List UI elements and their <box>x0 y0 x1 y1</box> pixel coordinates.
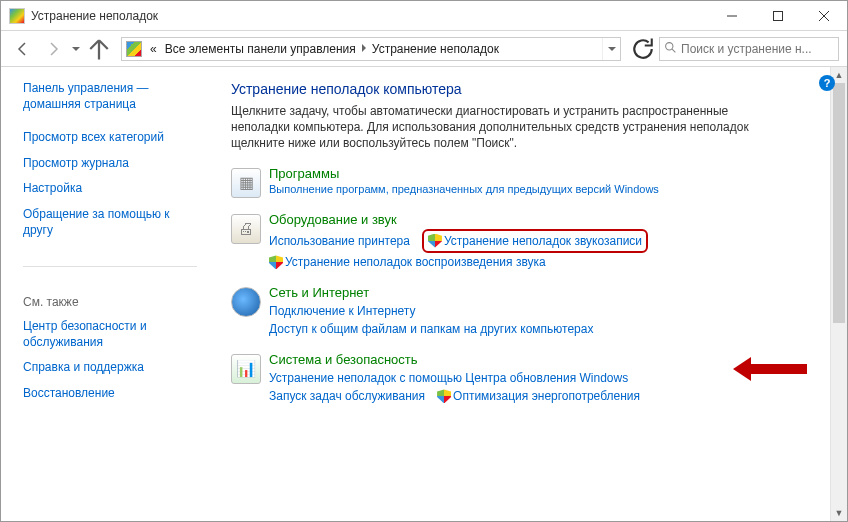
content-area: Панель управления — домашняя страница Пр… <box>1 67 847 521</box>
breadcrumb-item[interactable]: Все элементы панели управления <box>161 42 360 56</box>
sidebar-seealso-link[interactable]: Восстановление <box>23 386 197 402</box>
breadcrumb-prefix: « <box>146 42 161 56</box>
maximize-button[interactable] <box>755 1 801 31</box>
window-titlebar: Устранение неполадок <box>1 1 847 31</box>
category-link-audio-recording[interactable]: Устранение неполадок звукозаписи <box>444 232 642 250</box>
up-button[interactable] <box>85 35 113 63</box>
category-hardware: 🖨 Оборудование и звук Использование прин… <box>231 212 829 271</box>
category-heading[interactable]: Оборудование и звук <box>269 212 829 227</box>
search-box[interactable] <box>659 37 839 61</box>
nav-history-dropdown[interactable] <box>69 47 83 51</box>
address-dropdown-icon[interactable] <box>602 38 620 60</box>
category-link[interactable]: Выполнение программ, предназначенных для… <box>269 183 659 195</box>
minimize-button[interactable] <box>709 1 755 31</box>
forward-button[interactable] <box>39 35 67 63</box>
system-icon: 📊 <box>231 354 261 384</box>
sidebar-home-link[interactable]: Панель управления — домашняя страница <box>23 81 197 112</box>
nav-toolbar: « Все элементы панели управления Устране… <box>1 31 847 67</box>
category-link[interactable]: Оптимизация энергопотребления <box>453 389 640 403</box>
shield-icon <box>428 234 442 248</box>
back-button[interactable] <box>9 35 37 63</box>
window-title: Устранение неполадок <box>31 9 158 23</box>
breadcrumb-sep-icon[interactable] <box>360 43 368 54</box>
page-title: Устранение неполадок компьютера <box>231 81 829 97</box>
category-link-audio-playback[interactable]: Устранение неполадок воспроизведения зву… <box>285 255 546 269</box>
search-icon <box>664 41 677 57</box>
search-input[interactable] <box>681 42 834 56</box>
category-link[interactable]: Устранение неполадок с помощью Центра об… <box>269 369 628 387</box>
breadcrumb-item[interactable]: Устранение неполадок <box>368 42 503 56</box>
category-programs: ▦ Программы Выполнение программ, предназ… <box>231 166 829 198</box>
seealso-heading: См. также <box>23 295 197 309</box>
network-icon <box>231 287 261 317</box>
category-heading[interactable]: Программы <box>269 166 829 181</box>
hardware-icon: 🖨 <box>231 214 261 244</box>
address-bar[interactable]: « Все элементы панели управления Устране… <box>121 37 621 61</box>
control-panel-icon <box>126 41 142 57</box>
highlight-annotation: Устранение неполадок звукозаписи <box>422 229 648 253</box>
sidebar: Панель управления — домашняя страница Пр… <box>1 67 207 521</box>
sidebar-link[interactable]: Просмотр всех категорий <box>23 130 197 146</box>
page-description: Щелкните задачу, чтобы автоматически диа… <box>231 103 751 152</box>
svg-line-5 <box>672 49 675 52</box>
svg-point-4 <box>666 42 673 49</box>
sidebar-link[interactable]: Просмотр журнала <box>23 156 197 172</box>
category-link-printer[interactable]: Использование принтера <box>269 232 410 250</box>
refresh-button[interactable] <box>629 37 657 61</box>
sidebar-link[interactable]: Настройка <box>23 181 197 197</box>
sidebar-link[interactable]: Обращение за помощью к другу <box>23 207 197 238</box>
shield-icon <box>269 255 283 269</box>
app-icon <box>9 8 25 24</box>
main-pane: ? Устранение неполадок компьютера Щелкни… <box>207 67 847 521</box>
sidebar-seealso-link[interactable]: Справка и поддержка <box>23 360 197 376</box>
close-button[interactable] <box>801 1 847 31</box>
programs-icon: ▦ <box>231 168 261 198</box>
annotation-arrow-icon <box>733 357 807 381</box>
category-link[interactable]: Подключение к Интернету <box>269 302 416 320</box>
category-link[interactable]: Доступ к общим файлам и папкам на других… <box>269 320 593 338</box>
shield-icon <box>437 389 451 403</box>
category-network: Сеть и Интернет Подключение к Интернету … <box>231 285 829 338</box>
category-link[interactable]: Запуск задач обслуживания <box>269 387 425 405</box>
help-icon[interactable]: ? <box>819 75 835 91</box>
svg-rect-1 <box>774 11 783 20</box>
category-heading[interactable]: Сеть и Интернет <box>269 285 829 300</box>
sidebar-seealso-link[interactable]: Центр безопасности и обслуживания <box>23 319 197 350</box>
